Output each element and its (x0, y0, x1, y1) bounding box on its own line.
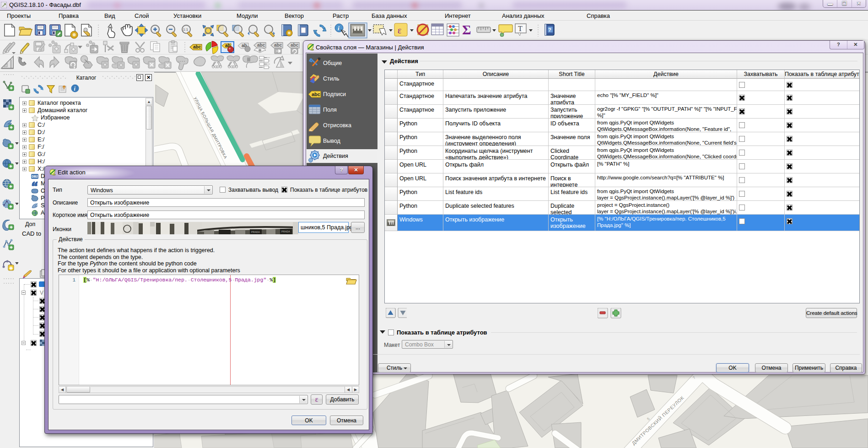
svg-text:T: T (518, 25, 523, 32)
svg-text:1:1: 1:1 (183, 27, 189, 32)
svg-text:i: i (338, 25, 340, 32)
svg-text:?: ? (548, 27, 551, 32)
svg-text:PRADA: PRADA (281, 230, 290, 233)
svg-text:PRADA: PRADA (251, 231, 260, 233)
svg-text:ε: ε (398, 25, 401, 35)
svg-text:Σ: Σ (462, 22, 471, 37)
svg-text:abc: abc (312, 92, 320, 97)
